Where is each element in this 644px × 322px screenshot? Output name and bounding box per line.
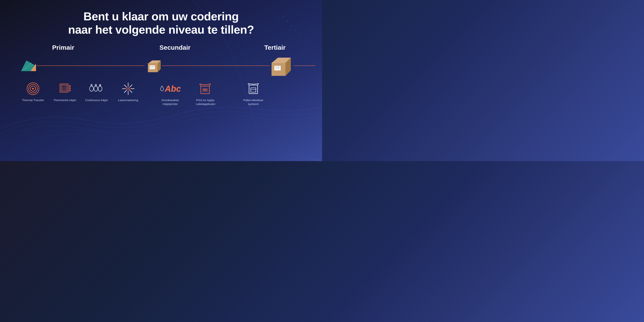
primair-product-icon: [19, 57, 36, 74]
svg-line-68: [200, 84, 205, 85]
title-section: Bent u klaar om uw codering naar het vol…: [68, 0, 254, 36]
continuous-inkjet-icon: [89, 81, 104, 96]
dotted-line-2: [162, 65, 270, 66]
item-lasermarkering: Lasermarkering: [112, 81, 144, 102]
title-line1: Bent u klaar om uw codering: [68, 10, 254, 23]
print-apply-label: Print en Apply-Labelapplicator: [192, 98, 220, 106]
svg-point-43: [69, 86, 70, 87]
item-thermische-inkjet: Thermische inkjet: [49, 81, 80, 102]
svg-line-77: [253, 84, 259, 84]
diagram-section: Primair Secundair Tertiair: [0, 43, 322, 106]
item-continuous-inkjet: Continuous Inkjet: [80, 81, 112, 102]
svg-point-53: [95, 84, 97, 86]
category-label-primair: Primair: [52, 44, 74, 51]
pallet-icon: [246, 81, 261, 96]
category-labels-row: Primair Secundair Tertiair: [6, 43, 316, 52]
svg-point-52: [91, 84, 92, 86]
item-grootkarakter: Abc Grootkarakter Inkjetprinter: [152, 81, 188, 106]
svg-line-59: [124, 85, 126, 87]
svg-rect-78: [251, 88, 256, 92]
tertiair-product-icon: [270, 53, 294, 78]
svg-line-69: [205, 84, 210, 85]
thermal-transfer-label: Thermal Transfer: [22, 98, 44, 102]
tertiair-label-spacer: Tertiair: [252, 44, 298, 51]
svg-point-44: [69, 88, 70, 89]
svg-line-60: [130, 90, 132, 92]
category-label-secundair: Secundair: [160, 44, 190, 51]
abc-icon: Abc: [160, 81, 181, 96]
svg-line-76: [248, 84, 253, 84]
svg-rect-32: [274, 66, 281, 70]
laser-icon: [121, 81, 136, 96]
item-pallet: Pallet-etiketteer systeem: [234, 81, 272, 106]
thermal-transfer-icon: [26, 81, 40, 96]
dotted-line-3: [294, 65, 315, 66]
svg-point-40: [32, 88, 34, 90]
svg-point-50: [94, 86, 98, 91]
svg-rect-70: [202, 88, 208, 92]
secundair-label-spacer: Secundair: [143, 44, 207, 51]
pallet-label: Pallet-etiketteer systeem: [240, 98, 267, 106]
timeline-row: [6, 53, 316, 78]
lasermarkering-label: Lasermarkering: [118, 98, 138, 102]
title-line2: naar het volgende niveau te tillen?: [68, 23, 254, 36]
svg-rect-24: [150, 65, 155, 69]
thermische-inkjet-label: Thermische inkjet: [53, 98, 76, 102]
svg-point-64: [128, 88, 129, 89]
svg-point-54: [100, 84, 101, 86]
dotted-line-1: [37, 65, 144, 66]
small-box-icon: [146, 57, 161, 74]
category-label-tertiair: Tertiair: [264, 44, 286, 51]
item-thermal-transfer: Thermal Transfer: [17, 81, 49, 102]
page-wrapper: Bent u klaar om uw codering naar het vol…: [0, 0, 322, 161]
svg-line-62: [124, 90, 126, 92]
items-row: Thermal Transfer: [6, 81, 316, 106]
svg-point-51: [98, 86, 102, 91]
svg-point-45: [69, 90, 70, 91]
continuous-inkjet-label: Continuous Inkjet: [85, 98, 108, 102]
item-print-apply: Print en Apply-Labelapplicator: [188, 81, 223, 106]
leaf-package-icon: [20, 59, 36, 72]
svg-line-61: [130, 85, 132, 87]
full-diagram: Primair Secundair Tertiair: [6, 43, 316, 106]
print-apply-icon: [198, 81, 213, 96]
primair-label-spacer: Primair: [28, 44, 98, 51]
svg-point-49: [90, 86, 94, 91]
secundair-product-icon: [145, 56, 162, 76]
large-box-icon: [270, 53, 293, 78]
thermische-inkjet-icon: [57, 81, 72, 96]
grootkarakter-label: Grootkarakter Inkjetprinter: [156, 98, 184, 106]
